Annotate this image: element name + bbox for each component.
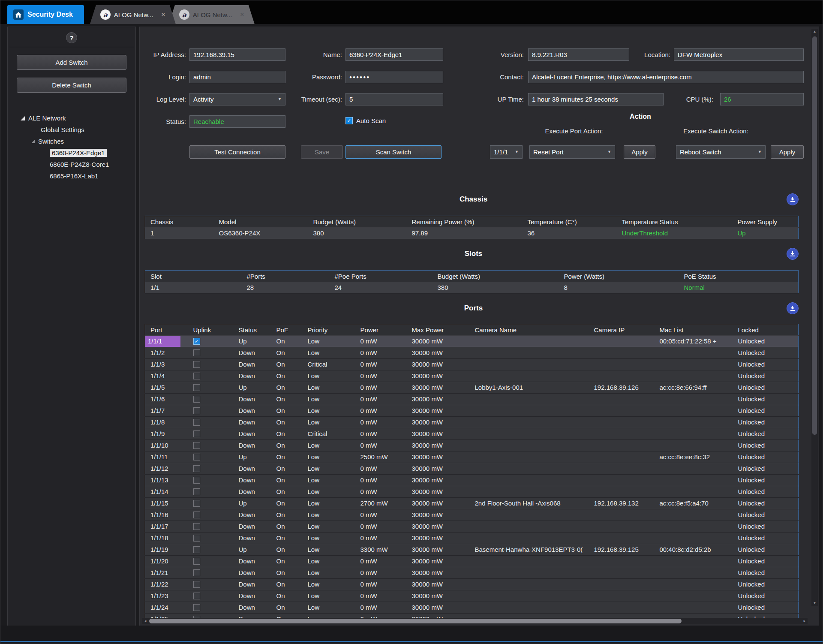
tab-security-desk[interactable]: Security Desk [7,5,84,24]
table-row[interactable]: 1/1/10DownOnLow0 mW30000 mWUnlocked [145,440,799,451]
timeout-input[interactable] [345,93,443,105]
uplink-checkbox[interactable] [193,373,200,379]
table-row[interactable]: 1/1/3DownOnCritical0 mW30000 mWUnlocked [145,359,799,370]
uplink-checkbox[interactable] [193,546,200,553]
column-header[interactable]: Status [234,324,271,336]
switch-action-select[interactable]: Reboot Switch▼ [676,145,766,159]
table-row[interactable]: 1/1/23DownOnLow0 mW30000 mWUnlocked [145,590,799,602]
table-row[interactable]: 1/1/1✓UpOnLow0 mW30000 mW00:05:cd:71:22:… [145,336,799,347]
expander-icon[interactable] [21,116,25,120]
column-header[interactable]: Uplink [188,324,234,336]
tree-node-switch-selected[interactable]: 6360-P24X-Edge1 [8,147,135,159]
column-header[interactable]: Temperature (C°) [523,216,617,228]
location-input[interactable] [674,48,804,61]
uplink-checkbox[interactable] [193,384,200,391]
column-header[interactable]: Remaining Power (%) [407,216,523,228]
table-row[interactable]: 1/1/17DownOnLow0 mW30000 mWUnlocked [145,521,799,533]
table-row[interactable]: 1/1/14DownOnLow0 mW30000 mWUnlocked [145,486,799,498]
uplink-checkbox[interactable] [193,512,200,518]
table-row[interactable]: 1/1/7DownOnLow0 mW30000 mWUnlocked [145,405,799,417]
uplink-checkbox[interactable] [193,442,200,449]
column-header[interactable]: Budget (Watts) [433,271,559,282]
table-row[interactable]: 1/128243808Normal [145,282,799,294]
login-input[interactable] [189,71,285,83]
uplink-checkbox[interactable] [193,558,200,565]
table-row[interactable]: 1/1/11UpOnLow2500 mW30000 mWac:cc:8e:ee:… [145,451,799,463]
auto-scan-checkbox[interactable]: ✓ Auto Scan [345,117,386,124]
column-header[interactable]: Temperature Status [617,216,733,228]
column-header[interactable]: Model [214,216,308,228]
password-input[interactable] [345,71,443,83]
vertical-scroll-thumb[interactable] [812,36,817,435]
uplink-checkbox[interactable] [193,535,200,542]
table-row[interactable]: 1/1/16DownOnLow0 mW30000 mWUnlocked [145,509,799,521]
column-header[interactable]: Max Power [407,324,470,336]
column-header[interactable]: Mac List [655,324,733,336]
uplink-checkbox[interactable] [193,361,200,368]
column-header[interactable]: Locked [733,324,799,336]
test-connection-button[interactable]: Test Connection [189,145,285,159]
table-row[interactable]: 1/1/20DownOnLow0 mW30000 mWUnlocked [145,556,799,567]
column-header[interactable]: Slot [145,271,242,282]
table-row[interactable]: 1/1/15UpOnLow2700 mW30000 mW2nd Floor-So… [145,498,799,509]
horizontal-scrollbar[interactable]: ◄ ► [142,618,808,624]
column-header[interactable]: Chassis [145,216,214,228]
export-slots-button[interactable] [787,248,799,260]
export-ports-button[interactable] [787,302,799,314]
close-tab-icon[interactable]: ✕ [238,12,244,18]
uplink-checkbox[interactable] [193,407,200,414]
column-header[interactable]: Power Supply [733,216,799,228]
horizontal-scroll-thumb[interactable] [149,619,682,623]
uplink-checkbox[interactable] [193,465,200,472]
table-row[interactable]: 1/1/6DownOnLow0 mW30000 mWUnlocked [145,394,799,405]
version-input[interactable] [528,48,629,61]
scroll-left-icon[interactable]: ◄ [142,618,148,624]
table-row[interactable]: 1/1/18DownOnLow0 mW30000 mWUnlocked [145,533,799,544]
uplink-checkbox[interactable] [193,430,200,437]
column-header[interactable]: Camera IP [589,324,655,336]
uplink-checkbox[interactable] [193,523,200,530]
table-row[interactable]: 1/1/4DownOnLow0 mW30000 mWUnlocked [145,370,799,382]
expander-icon[interactable] [31,140,35,143]
column-header[interactable]: Port [145,324,188,336]
column-header[interactable]: #Poe Ports [330,271,433,282]
table-row[interactable]: 1/1/19UpOnLow3300 mW30000 mWBasement-Han… [145,544,799,556]
uplink-checkbox[interactable] [193,604,200,611]
column-header[interactable]: Camera Name [470,324,589,336]
export-chassis-button[interactable] [787,193,799,205]
column-header[interactable]: Power (Watts) [559,271,679,282]
uplink-checkbox[interactable] [193,419,200,426]
column-header[interactable]: PoE [271,324,303,336]
column-header[interactable]: Budget (Watts) [308,216,407,228]
tree-node-switch[interactable]: 6865-P16X-Lab1 [8,170,135,182]
uplink-checkbox[interactable] [193,454,200,460]
apply-switch-action-button[interactable]: Apply [771,145,804,159]
tree-node-ale-network[interactable]: ALE Network [8,112,135,124]
tab-alog-network-active[interactable]: a ALOG Netw... ✕ [90,5,176,24]
table-row[interactable]: 1/1/9DownOnCritical0 mW30000 mWUnlocked [145,428,799,440]
tree-node-global-settings[interactable]: Global Settings [8,124,135,135]
column-header[interactable]: Power [355,324,407,336]
add-switch-button[interactable]: Add Switch [17,55,126,70]
vertical-scrollbar[interactable]: ▲ ▼ [811,29,818,606]
table-row[interactable]: 1OS6360-P24X38097.8936UnderThresholdUp [145,228,799,239]
delete-switch-button[interactable]: Delete Switch [17,78,126,93]
scroll-down-icon[interactable]: ▼ [811,600,818,606]
table-row[interactable]: 1/1/8DownOnLow0 mW30000 mWUnlocked [145,417,799,428]
port-action-select[interactable]: Reset Port▼ [529,145,615,159]
scroll-right-icon[interactable]: ► [802,618,808,624]
scan-switch-button[interactable]: Scan Switch [345,145,442,159]
uplink-checkbox[interactable] [193,477,200,484]
scroll-up-icon[interactable]: ▲ [811,29,818,35]
table-row[interactable]: 1/1/13DownOnLow0 mW30000 mWUnlocked [145,475,799,486]
table-row[interactable]: 1/1/2DownOnLow0 mW30000 mWUnlocked [145,347,799,359]
log-level-select[interactable]: Activity▼ [189,93,285,105]
column-header[interactable]: PoE Status [679,271,799,282]
name-input[interactable] [345,48,443,61]
column-header[interactable]: #Ports [242,271,330,282]
uplink-checkbox[interactable]: ✓ [193,338,200,345]
ip-address-input[interactable] [189,48,285,61]
uptime-input[interactable] [528,93,664,105]
save-button[interactable]: Save [301,145,343,159]
table-row[interactable]: 1/1/5UpOnLow0 mW30000 mWLobby1-Axis-0011… [145,382,799,394]
